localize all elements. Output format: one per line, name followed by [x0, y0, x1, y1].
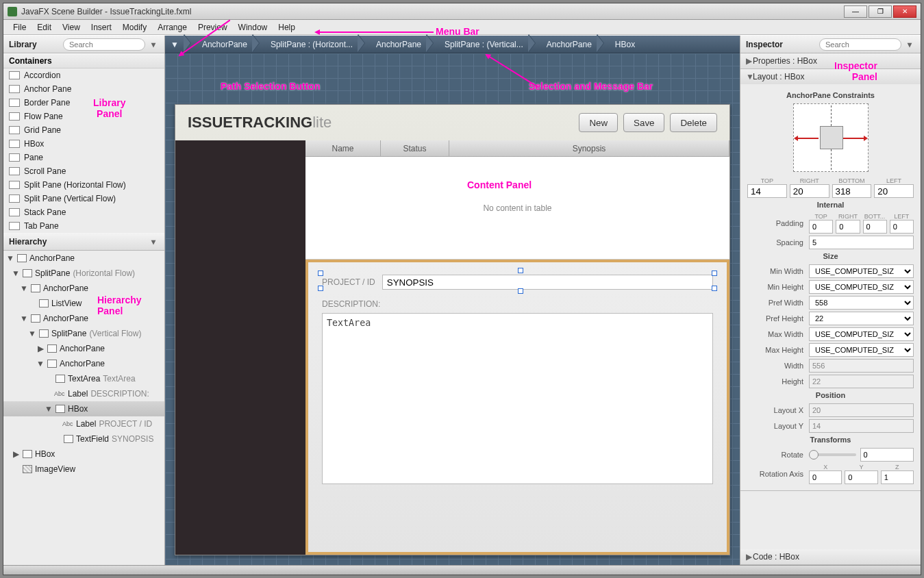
rot-axis-y[interactable]: [845, 470, 877, 484]
node-icon: [31, 314, 40, 323]
anchor-diagram[interactable]: [793, 103, 869, 172]
description-textarea[interactable]: TextArea: [322, 313, 713, 484]
path-selection-button[interactable]: ▼: [165, 36, 184, 53]
padding-top[interactable]: [809, 220, 833, 234]
anchor-bottom[interactable]: [832, 184, 872, 198]
menu-bar: FileEditViewInsertModifyArrangePreviewWi…: [3, 20, 921, 35]
library-item[interactable]: Accordion: [3, 68, 164, 82]
inspector-search[interactable]: [819, 38, 901, 51]
library-header: Library ▾: [3, 36, 164, 53]
tree-node[interactable]: ▼AnchorPane: [3, 311, 164, 326]
empty-text: No content in table: [483, 203, 551, 213]
library-item[interactable]: Anchor Pane: [3, 82, 164, 96]
path-segment[interactable]: AnchorPane: [541, 36, 597, 53]
path-segment[interactable]: AnchorPane: [371, 36, 427, 53]
menu-file[interactable]: File: [8, 21, 32, 34]
path-segment[interactable]: SplitPane : (Horizont...: [265, 36, 358, 53]
menu-modify[interactable]: Modify: [117, 21, 152, 34]
menu-preview[interactable]: Preview: [192, 21, 233, 34]
save-button[interactable]: Save: [623, 113, 664, 132]
app-title: ISSUETRACKINGlite: [188, 114, 332, 131]
anchor-right[interactable]: [790, 184, 829, 198]
library-item[interactable]: Scroll Pane: [3, 164, 164, 178]
library-item[interactable]: Border Pane: [3, 96, 164, 110]
rotate-slider[interactable]: [809, 453, 856, 456]
tree-node[interactable]: ▼AnchorPane: [3, 281, 164, 296]
library-item[interactable]: Flow Pane: [3, 110, 164, 123]
app-window: JavaFX Scene Builder - IssueTrackingLite…: [3, 3, 921, 575]
container-icon: [9, 222, 20, 230]
tree-node[interactable]: ImageView: [3, 462, 164, 477]
tree-node[interactable]: TextAreaTextArea: [3, 371, 164, 386]
tree-node[interactable]: ▼AnchorPane: [3, 356, 164, 371]
pref-height[interactable]: 22: [809, 312, 914, 325]
col-name[interactable]: Name: [305, 140, 381, 156]
menu-help[interactable]: Help: [273, 21, 301, 34]
col-status[interactable]: Status: [381, 140, 449, 156]
tree-node[interactable]: ▼AnchorPane: [3, 251, 164, 266]
max-height[interactable]: USE_COMPUTED_SIZ: [809, 343, 914, 357]
close-button[interactable]: ✕: [893, 5, 916, 18]
menu-edit[interactable]: Edit: [32, 21, 57, 34]
minimize-button[interactable]: —: [844, 5, 867, 18]
synopsis-field[interactable]: [382, 275, 713, 290]
library-item[interactable]: Stack Pane: [3, 205, 164, 219]
library-item[interactable]: Tab Pane: [3, 219, 164, 233]
rotate-value[interactable]: [860, 448, 914, 462]
min-height[interactable]: USE_COMPUTED_SIZ: [809, 280, 914, 294]
tree-node[interactable]: ▶AnchorPane: [3, 341, 164, 356]
padding-bottom[interactable]: [863, 220, 887, 234]
tree-node[interactable]: ▼HBox: [3, 401, 164, 416]
new-button[interactable]: New: [579, 113, 618, 132]
pref-width[interactable]: 558: [809, 296, 914, 310]
library-item[interactable]: Split Pane (Vertical Flow): [3, 192, 164, 205]
path-segment[interactable]: HBox: [610, 36, 640, 53]
tree-node[interactable]: AbcLabelDESCRIPTION:: [3, 386, 164, 401]
delete-button[interactable]: Delete: [670, 113, 717, 132]
code-accordion[interactable]: ▶Code : HBox: [740, 549, 921, 564]
anchor-constraints-title: AnchorPane Constraints: [747, 91, 914, 99]
anchor-left[interactable]: [874, 184, 914, 198]
maximize-button[interactable]: ❐: [869, 5, 892, 18]
spacing-field[interactable]: [809, 236, 914, 249]
properties-accordion[interactable]: ▶Properties : HBox: [740, 53, 921, 68]
library-item[interactable]: Split Pane (Horizontal Flow): [3, 178, 164, 192]
path-segment[interactable]: SplitPane : (Vertical...: [439, 36, 529, 53]
listview-pane[interactable]: [175, 140, 305, 555]
tree-node[interactable]: ▼SplitPane(Horizontal Flow): [3, 266, 164, 281]
menu-window[interactable]: Window: [233, 21, 273, 34]
window-title: JavaFX Scene Builder - IssueTrackingLite…: [21, 7, 842, 16]
menu-insert[interactable]: Insert: [86, 21, 117, 34]
rot-axis-z[interactable]: [881, 470, 914, 484]
tree-node[interactable]: TextFieldSYNOPSIS: [3, 431, 164, 447]
internal-title: Internal: [747, 201, 914, 209]
library-item[interactable]: HBox: [3, 137, 164, 151]
padding-left[interactable]: [890, 220, 914, 234]
tree-node[interactable]: ▼SplitPane(Vertical Flow): [3, 326, 164, 341]
description-label: DESCRIPTION:: [322, 299, 713, 309]
padding-right[interactable]: [836, 220, 860, 234]
library-menu-icon[interactable]: ▾: [148, 40, 159, 49]
col-synopsis[interactable]: Synopsis: [449, 140, 729, 156]
tree-node[interactable]: ▶HBox: [3, 447, 164, 462]
library-item[interactable]: Pane: [3, 151, 164, 164]
rot-axis-x[interactable]: [809, 470, 842, 484]
layout-accordion[interactable]: ▼Layout : HBox: [740, 69, 921, 84]
path-bar: ▼ AnchorPaneSplitPane : (Horizont...Anch…: [165, 36, 740, 53]
library-item[interactable]: Grid Pane: [3, 123, 164, 137]
inspector-header: Inspector ▾: [740, 36, 921, 53]
library-search[interactable]: [63, 38, 145, 51]
menu-arrange[interactable]: Arrange: [152, 21, 192, 34]
inspector-menu-icon[interactable]: ▾: [904, 40, 915, 49]
selected-hbox[interactable]: PROJECT / ID DESCRIPTION: TextArea: [305, 260, 729, 555]
menu-view[interactable]: View: [57, 21, 86, 34]
content-canvas[interactable]: ISSUETRACKINGlite New Save Delete Name S…: [165, 53, 740, 565]
tree-node[interactable]: AbcLabelPROJECT / ID: [3, 416, 164, 431]
hierarchy-menu-icon[interactable]: ▾: [148, 237, 159, 247]
path-segment[interactable]: AnchorPane: [197, 36, 253, 53]
max-width[interactable]: USE_COMPUTED_SIZ: [809, 327, 914, 341]
anchor-top[interactable]: [747, 184, 787, 198]
min-width[interactable]: USE_COMPUTED_SIZ: [809, 264, 914, 278]
table-body: No content in table: [305, 157, 729, 260]
tree-node[interactable]: ListView: [3, 296, 164, 311]
